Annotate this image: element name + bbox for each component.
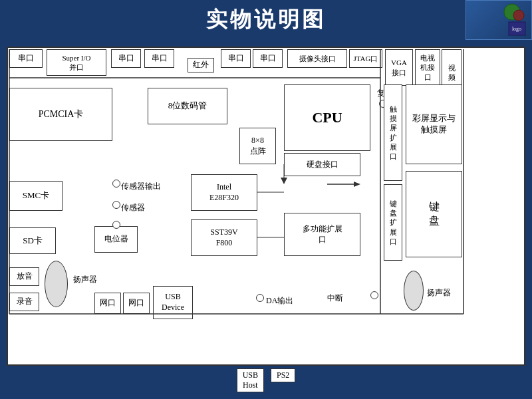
speaker-right-oval	[404, 271, 424, 311]
main-board: 串口 Super I/O 并口 串口 串口 红外 串口 串口 摄像头接口 JTA…	[7, 47, 525, 366]
sd-card: SD卡	[9, 227, 56, 254]
speaker-1-label: 扬声器	[73, 274, 97, 285]
camera-port: 摄像头接口	[287, 49, 347, 68]
sensor-out-label: 传感器输出	[121, 181, 161, 192]
svg-marker-5	[354, 182, 360, 187]
infrared: 红外	[188, 58, 214, 72]
record-btn: 录音	[9, 293, 39, 311]
serial-port-5: 串口	[253, 49, 283, 68]
ps2-btn[interactable]: PS2	[271, 368, 295, 382]
usb-device: USB Device	[153, 286, 193, 319]
speaker-2-label: 扬声器	[427, 287, 451, 299]
digit-tube: 8位数码管	[148, 88, 227, 124]
color-screen: 彩屏显示与 触摸屏	[406, 84, 462, 164]
kbd-ext: 键 盘 扩 展 口	[384, 184, 402, 261]
matrix: 8×8 点阵	[239, 128, 276, 164]
serial-port-3: 串口	[144, 49, 174, 68]
title: 实物说明图	[0, 0, 532, 37]
intel-chip: Intel E28F320	[191, 174, 257, 211]
keyboard: 键 盘	[406, 171, 462, 257]
interrupt: 中断	[327, 293, 343, 304]
serial-port-2: 串口	[111, 49, 141, 68]
play-btn: 放音	[9, 267, 39, 286]
hdd-port: 硬盘接口	[284, 153, 360, 176]
svg-marker-14	[281, 178, 287, 184]
sensor-label: 传感器	[121, 202, 145, 213]
jtag-port: JTAG口	[349, 49, 382, 68]
pcmcia-card: PCMCIA卡	[9, 88, 112, 141]
speaker-left-oval	[45, 261, 68, 307]
da-out: DA输出	[266, 295, 293, 307]
logo-area: logo	[466, 0, 532, 40]
potentiometer: 电位器	[94, 226, 138, 253]
smc-card: SMC卡	[9, 181, 63, 211]
multi-ext: 多功能扩展 口	[284, 213, 360, 256]
bottom-area: USB Host PS2	[7, 366, 525, 399]
serial-port-4: 串口	[221, 49, 251, 68]
super-io: Super I/O 并口	[47, 49, 106, 76]
serial-port-1: 串口	[9, 49, 43, 68]
cpu: CPU	[284, 84, 370, 151]
touch-ext: 触 摸 屏 扩 展 口	[384, 84, 402, 181]
svg-text:logo: logo	[512, 26, 521, 32]
network-1: 网口	[94, 293, 121, 314]
sst-chip: SST39V F800	[191, 219, 257, 256]
svg-point-1	[513, 10, 524, 21]
tv-port: 电视 机接 口	[415, 49, 440, 86]
usb-host-btn[interactable]: USB Host	[237, 368, 264, 392]
network-2: 网口	[123, 293, 150, 314]
vga-port: VGA 接口	[385, 49, 413, 86]
